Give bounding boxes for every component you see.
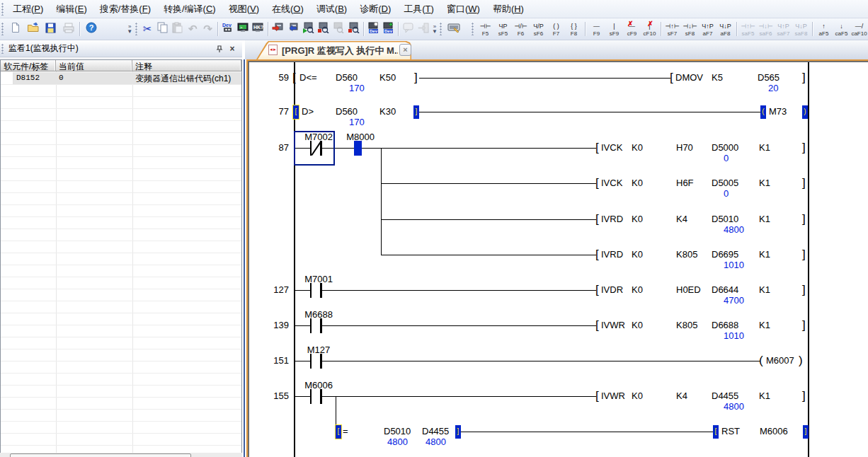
monitor-pause-button[interactable] <box>331 21 346 38</box>
watch-value[interactable]: 0 <box>59 74 64 82</box>
redo-button[interactable]: ↷ <box>200 21 215 38</box>
jump-button[interactable] <box>416 21 431 38</box>
copy-button[interactable] <box>155 21 170 38</box>
svg-text:HK?: HK? <box>253 25 263 30</box>
ladder-tool-F7[interactable]: ( )F7 <box>547 19 565 39</box>
ladder-tool-sF5[interactable]: ЧРsF5 <box>494 19 512 39</box>
jump-icon <box>418 23 430 36</box>
menu-item-T[interactable]: 工具(T) <box>397 0 440 19</box>
watch-hscrollbar[interactable] <box>0 453 242 457</box>
toolbar-grip[interactable] <box>472 23 474 35</box>
ladder-tool-saF5[interactable]: ⊣↑⊢saF5 <box>739 19 757 39</box>
close-icon[interactable]: × <box>227 44 237 54</box>
dialog-button[interactable] <box>401 21 416 38</box>
toolbar-group-0: ?»▼ <box>0 18 134 40</box>
toolbar-separator <box>79 22 80 36</box>
menu-item-E[interactable]: 编辑(E) <box>50 0 93 19</box>
monitor-start-button[interactable] <box>301 21 316 38</box>
menu-item-C[interactable]: 转换/编译(C) <box>157 0 222 19</box>
ladder-tool-sF7[interactable]: ⊣↑⊢sF7 <box>663 19 681 39</box>
toolbar-separator <box>661 22 661 36</box>
device-on-button[interactable]: Dev <box>366 21 381 38</box>
hk-tool-button[interactable]: HK? <box>251 21 265 38</box>
ladder-tool-cF10[interactable]: |✗cF10 <box>641 19 658 39</box>
ladder-tool-caF5[interactable]: ↓caF5 <box>833 19 850 39</box>
toolbar-grip[interactable] <box>1 3 4 16</box>
open-folder-icon <box>27 22 39 36</box>
ladder-tool-aF5[interactable]: ↑aF5 <box>815 19 833 39</box>
watch-comment[interactable]: 变频器通信出错代码(ch1) <box>135 73 231 85</box>
menu-item-D[interactable]: 诊断(D) <box>353 0 397 19</box>
menu-item-W[interactable]: 窗口(W) <box>440 0 486 19</box>
save-button[interactable] <box>42 21 59 38</box>
comm-test-button[interactable]: >_ <box>235 21 250 38</box>
plc-read-button[interactable] <box>285 21 300 38</box>
help-button[interactable]: ? <box>82 21 100 38</box>
watch-table-header: 软元件/标签当前值注释 <box>1 60 241 71</box>
new-file-button[interactable] <box>6 21 24 38</box>
watch-device[interactable]: D8152 <box>16 74 40 82</box>
monitor-stop-button[interactable] <box>316 21 331 38</box>
ladder-tool-sF8[interactable]: ⊣↓⊢sF8 <box>681 19 699 39</box>
pin-icon[interactable] <box>215 44 224 54</box>
plc-write-button[interactable] <box>270 21 285 38</box>
open-folder-button[interactable] <box>24 21 42 38</box>
ladder-tool-aF7[interactable]: Ч↑РaF7 <box>699 19 716 39</box>
document-tab[interactable]: [PRG]R 监视写入 执行中 M... × <box>256 41 419 59</box>
ladder-tool-F9[interactable]: —F9 <box>588 19 605 39</box>
print-icon <box>63 23 74 36</box>
undo-button[interactable]: ↶ <box>185 21 200 38</box>
save-icon <box>45 23 56 36</box>
ladder-tool-F8[interactable]: { }F8 <box>565 19 583 39</box>
toolbar-grip[interactable] <box>440 23 442 35</box>
menu-item-V[interactable]: 视图(V) <box>222 0 265 19</box>
toolbar-separator <box>217 22 218 36</box>
hk-tool-icon: HK? <box>252 22 263 36</box>
cut-button[interactable]: ✂ <box>140 21 155 38</box>
comm-test-icon: >_ <box>237 22 249 36</box>
monitor-stop-icon <box>317 22 329 36</box>
cut-icon: ✂ <box>143 23 152 35</box>
watch-row[interactable]: D81520变频器通信出错代码(ch1) <box>1 72 241 84</box>
tab-close-icon[interactable]: × <box>399 44 411 56</box>
toolbar-overflow-chevron[interactable]: »▼ <box>431 21 438 38</box>
new-file-icon <box>10 22 21 36</box>
application-window: 工程(P)编辑(E)搜索/替换(F)转换/编译(C)视图(V)在线(O)调试(B… <box>0 0 868 457</box>
paste-button[interactable] <box>170 21 185 38</box>
ladder-tool-saF8[interactable]: Ч↓РsaF8 <box>792 19 810 39</box>
panel-splitter[interactable] <box>244 59 245 457</box>
menu-item-B[interactable]: 调试(B) <box>310 0 353 19</box>
device-find-button[interactable]: Dev <box>220 21 235 38</box>
ladder-tool-cF9[interactable]: —✗cF9 <box>623 19 641 39</box>
toolbar-group-3: ⊣⊢F5ЧРsF5⊣/⊢F6Ч/РsF6( )F7{ }F8—F9|sF9—✗c… <box>463 18 868 40</box>
ladder-tool-F5[interactable]: ⊣⊢F5 <box>476 19 494 39</box>
ladder-tool-F6[interactable]: ⊣/⊢F6 <box>512 19 530 39</box>
toolbar-grip[interactable] <box>135 23 137 35</box>
print-button[interactable] <box>59 21 77 38</box>
menu-item-H[interactable]: 帮助(H) <box>486 0 530 19</box>
dialog-icon <box>403 23 414 36</box>
toolbar-separator <box>268 22 268 36</box>
paste-icon <box>172 22 183 36</box>
entry-monitor-button[interactable] <box>445 21 462 38</box>
watch-hscrollbar-thumb[interactable] <box>10 453 191 457</box>
watch-panel-titlebar: 监看1(监视执行中) × <box>0 40 242 57</box>
device-off-button[interactable]: Dev <box>381 21 396 38</box>
menu-item-O[interactable]: 在线(O) <box>265 0 310 19</box>
ladder-tool-saF6[interactable]: ⊣↓⊢saF6 <box>757 19 775 39</box>
ladder-tool-saF7[interactable]: Ч↑РsaF7 <box>775 19 792 39</box>
toolbar-grip[interactable] <box>1 23 4 35</box>
monitor-stop2-button[interactable] <box>346 21 361 38</box>
device-off-icon: Dev <box>382 22 394 36</box>
ladder-tool-sF9[interactable]: |sF9 <box>605 19 623 39</box>
menu-item-P[interactable]: 工程(P) <box>6 0 50 19</box>
ladder-tool-aF8[interactable]: Ч↓РaF8 <box>716 19 734 39</box>
toolbar-group-1: ✂↶↷Dev>_HK?DevDev»▼ <box>134 18 438 40</box>
ladder-canvas[interactable] <box>249 62 868 457</box>
menu-item-F[interactable]: 搜索/替换(F) <box>93 0 157 19</box>
ladder-tool-sF6[interactable]: Ч/РsF6 <box>530 19 547 39</box>
svg-text:Dev: Dev <box>222 23 232 28</box>
toolbar-overflow-chevron[interactable]: »▼ <box>125 21 134 38</box>
help-icon: ? <box>86 22 97 36</box>
ladder-tool-caF10[interactable]: —/caF10 <box>850 19 868 39</box>
